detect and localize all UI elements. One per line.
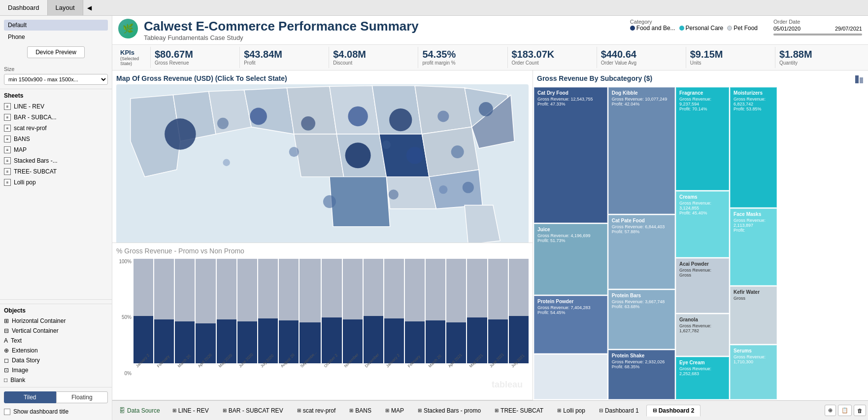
treemap-cell[interactable]: Kefir WaterGross bbox=[730, 286, 777, 344]
kpi-order-count-value: $183.07K bbox=[512, 49, 593, 60]
tab-scat-rev-prof[interactable]: ⊞ scat rev-prof bbox=[291, 405, 342, 417]
object-label: Text bbox=[11, 337, 22, 344]
sheet-lolli[interactable]: ≡ Lolli pop bbox=[0, 177, 112, 188]
datasource-tab[interactable]: 🗄 Data Source bbox=[114, 405, 165, 416]
object-label: Horizontal Container bbox=[12, 317, 66, 324]
svg-point-23 bbox=[348, 106, 367, 126]
treemap-cell-title: Creams bbox=[679, 194, 726, 200]
tab-map[interactable]: ⊞ MAP bbox=[379, 405, 410, 417]
map-container[interactable] bbox=[116, 84, 529, 243]
treemap-cell[interactable]: Protein ShakeGross Revenue: 2,932,026Pro… bbox=[608, 350, 675, 399]
svg-rect-38 bbox=[855, 75, 859, 83]
treemap-cell-profit: Profit: 53.85% bbox=[734, 106, 773, 111]
object-text[interactable]: A Text bbox=[0, 336, 112, 346]
sheet-label: Lolli pop bbox=[14, 179, 36, 186]
tab-line-rev[interactable]: ⊞ LINE - REV bbox=[166, 405, 215, 417]
sheet-line-rev[interactable]: ≡ LINE - REV bbox=[0, 101, 112, 112]
object-label: Blank bbox=[10, 377, 25, 384]
sheet-stacked[interactable]: ≡ Stacked Bars -... bbox=[0, 155, 112, 166]
tab-bar-subcat-rev[interactable]: ⊞ BAR - SUBCAT REV bbox=[216, 405, 290, 417]
legend-item-personal: Personal Care bbox=[679, 25, 724, 32]
treemap-cell-title: Cat Dry Food bbox=[537, 90, 604, 96]
main-area: Default Phone Device Preview Size min 15… bbox=[0, 16, 868, 420]
kpi-quantity: $1.88M Quantity bbox=[775, 47, 864, 68]
bar-column: March 20 bbox=[426, 259, 445, 377]
treemap-cell-revenue: Gross Revenue: 1,710,300 bbox=[734, 354, 773, 364]
treemap-cell[interactable]: GranolaGross Revenue: 1,627,782 bbox=[676, 314, 729, 356]
treemap-cell[interactable]: Protein PowderGross Revenue: 7,404,283Pr… bbox=[534, 296, 607, 353]
svg-point-27 bbox=[345, 142, 371, 168]
tab-layout[interactable]: Layout bbox=[48, 0, 83, 15]
sheet-bar-subca[interactable]: ≡ BAR - SUBCA... bbox=[0, 112, 112, 123]
treemap-cell-profit: Profit: 70.14% bbox=[679, 106, 726, 111]
object-horiz-container[interactable]: ⊞ Horizontal Container bbox=[0, 316, 112, 326]
treemap-cell[interactable]: Cat Dry FoodGross Revenue: 12,543,755Pro… bbox=[534, 87, 607, 223]
tab-lolli-pop[interactable]: ⊞ Lolli pop bbox=[551, 405, 592, 417]
floating-button[interactable]: Floating bbox=[56, 391, 108, 403]
bar-segment-nonpromo bbox=[175, 259, 195, 321]
object-data-story[interactable]: ◻ Data Story bbox=[0, 355, 112, 365]
datasource-icon: 🗄 bbox=[119, 407, 125, 414]
tab-dashboard-2[interactable]: ⊟ Dashboard 2 bbox=[646, 405, 701, 417]
treemap-cell-profit: Profit: 45.40% bbox=[679, 210, 726, 215]
treemap-cell[interactable]: FragranceGross Revenue: 9,237,594Profit:… bbox=[676, 87, 729, 190]
treemap-cell[interactable]: JuiceGross Revenue: 4,196,699Profit: 51.… bbox=[534, 224, 607, 295]
treemap-cell[interactable]: SerumsGross Revenue: 1,710,300 bbox=[730, 345, 777, 399]
date-slider[interactable] bbox=[773, 34, 862, 35]
bar-column: January 2 bbox=[384, 259, 404, 377]
treemap-cell[interactable]: Protein BarsGross Revenue: 3,667,748Prof… bbox=[608, 290, 675, 349]
tab-tree-subcat[interactable]: ⊞ TREE- SUBCAT bbox=[488, 405, 550, 417]
collapse-arrow[interactable]: ◀ bbox=[83, 2, 96, 13]
duplicate-tab-button[interactable]: 📋 bbox=[838, 405, 852, 416]
size-dropdown[interactable]: min 1500x900 - max 1500x... bbox=[4, 74, 108, 85]
treemap-sort-icon[interactable] bbox=[854, 74, 864, 84]
tab-dashboard-1[interactable]: ⊟ Dashboard 1 bbox=[593, 405, 645, 417]
object-extension[interactable]: ⊕ Extension bbox=[0, 346, 112, 355]
image-icon: ⊡ bbox=[4, 367, 9, 374]
svg-point-36 bbox=[463, 182, 474, 193]
treemap-cell[interactable]: Eye CreamGross Revenue: 2,252,683 bbox=[676, 357, 729, 399]
tab-dashboard[interactable]: Dashboard bbox=[0, 0, 48, 15]
sheet-tree[interactable]: ≡ TREE- SUBCAT bbox=[0, 166, 112, 177]
show-title-row: Show dashboard title bbox=[4, 407, 108, 416]
company-logo: 🌿 bbox=[118, 19, 138, 38]
object-blank[interactable]: □ Blank bbox=[0, 375, 112, 385]
svg-marker-3 bbox=[209, 90, 252, 134]
content-area: 🌿 Calwest E-Commerce Performance Summary… bbox=[112, 16, 868, 420]
layout-default[interactable]: Default bbox=[4, 20, 108, 31]
object-vert-container[interactable]: ⊟ Vertical Container bbox=[0, 326, 112, 336]
dashboard-icon: ⊟ bbox=[599, 408, 603, 413]
bar-segment-nonpromo bbox=[322, 259, 341, 317]
sheet-scat[interactable]: ≡ scat rev-prof bbox=[0, 123, 112, 134]
tiled-button[interactable]: Tiled bbox=[4, 391, 56, 403]
treemap-cell-profit: Profit: bbox=[734, 228, 773, 233]
treemap-cell[interactable]: Acai PowderGross Revenue:Gross bbox=[676, 258, 729, 313]
bottom-actions: ⊕ 📋 🗑 bbox=[825, 405, 866, 416]
tab-bans[interactable]: ⊞ BANS bbox=[343, 405, 378, 417]
treemap-cell-revenue: Gross Revenue: 10,077,249 bbox=[612, 97, 671, 102]
sheet-label: TREE- SUBCAT bbox=[14, 168, 57, 175]
sheet-bans[interactable]: ≡ BANS bbox=[0, 134, 112, 144]
object-image[interactable]: ⊡ Image bbox=[0, 365, 112, 375]
treemap-cell[interactable]: Face MasksGross Revenue: 2,113,897Profit… bbox=[730, 209, 777, 286]
device-preview-button[interactable]: Device Preview bbox=[27, 46, 85, 58]
remove-tab-button[interactable]: 🗑 bbox=[854, 405, 866, 416]
sheet-icon: ⊞ bbox=[557, 408, 561, 413]
bar-segment-nonpromo bbox=[279, 259, 299, 320]
treemap-cell[interactable]: Dog KibbleGross Revenue: 10,077,249Profi… bbox=[608, 87, 675, 214]
bottom-bar: 🗄 Data Source ⊞ LINE - REV ⊞ BAR - SUBCA… bbox=[112, 400, 868, 420]
tab-stacked-bars[interactable]: ⊞ Stacked Bars - promo bbox=[411, 405, 487, 417]
bar-column: Septembe... bbox=[300, 259, 321, 377]
y-axis-50: 50% bbox=[116, 315, 132, 320]
tiled-floating-toggle: Tiled Floating bbox=[4, 391, 108, 403]
sheet-map[interactable]: ≡ MAP bbox=[0, 144, 112, 155]
treemap-cell[interactable]: MoisturizersGross Revenue: 6,823,742Prof… bbox=[730, 87, 777, 208]
layout-phone[interactable]: Phone bbox=[4, 32, 108, 42]
treemap-cell-profit: Profit: 51.73% bbox=[537, 238, 604, 243]
add-tab-button[interactable]: ⊕ bbox=[825, 405, 836, 416]
treemap-cell[interactable] bbox=[534, 354, 607, 399]
treemap-cell-profit: Profit: 63.68% bbox=[612, 304, 671, 309]
treemap-cell[interactable]: CreamsGross Revenue: 3,124,855Profit: 45… bbox=[676, 191, 729, 258]
treemap-cell[interactable]: Cat Pate FoodGross Revenue: 6,844,403Pro… bbox=[608, 215, 675, 288]
show-title-checkbox[interactable] bbox=[4, 409, 10, 415]
